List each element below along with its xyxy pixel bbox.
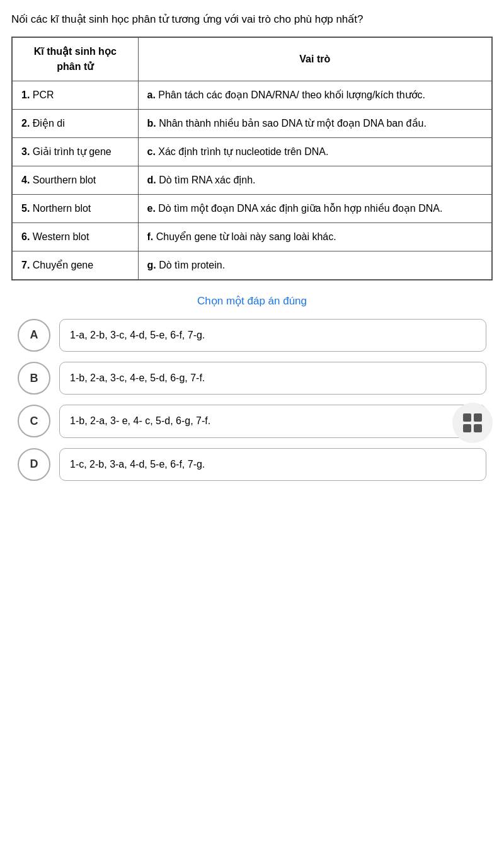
table-cell-left: 2. Điện di [12, 109, 138, 137]
page-container: Nối các kĩ thuật sinh học phân tử tương … [0, 0, 504, 500]
answer-circle-a[interactable]: A [18, 319, 50, 352]
answer-circle-c[interactable]: C [18, 405, 50, 437]
table-row: 6. Western blotf. Chuyển gene từ loài nà… [12, 222, 492, 251]
choose-label: Chọn một đáp án đúng [11, 294, 493, 308]
matching-table: Kĩ thuật sinh học phân tử Vai trò 1. PCR… [11, 37, 493, 280]
answer-row[interactable]: C1-b, 2-a, 3- e, 4- c, 5-d, 6-g, 7-f. [18, 405, 486, 437]
table-cell-right: f. Chuyển gene từ loài này sang loài khá… [138, 222, 492, 251]
table-row: 4. Sourthern blotd. Dò tìm RNA xác định. [12, 166, 492, 194]
col1-header: Kĩ thuật sinh học phân tử [12, 37, 138, 81]
table-cell-left: 1. PCR [12, 81, 138, 109]
table-cell-left: 3. Giải trình tự gene [12, 137, 138, 166]
table-cell-right: a. Phân tách các đoạn DNA/RNA/ theo khối… [138, 81, 492, 109]
table-cell-left: 7. Chuyển gene [12, 251, 138, 280]
table-cell-right: e. Dò tìm một đoạn DNA xác định giữa hỗn… [138, 194, 492, 222]
table-row: 7. Chuyển geneg. Dò tìm protein. [12, 251, 492, 280]
table-row: 2. Điện dib. Nhân thành nhiều bản sao DN… [12, 109, 492, 137]
answer-box-a[interactable]: 1-a, 2-b, 3-c, 4-d, 5-e, 6-f, 7-g. [59, 319, 486, 352]
answer-row[interactable]: A1-a, 2-b, 3-c, 4-d, 5-e, 6-f, 7-g. [18, 319, 486, 352]
answer-row[interactable]: D1-c, 2-b, 3-a, 4-d, 5-e, 6-f, 7-g. [18, 448, 486, 481]
table-row: 1. PCRa. Phân tách các đoạn DNA/RNA/ the… [12, 81, 492, 109]
answer-circle-d[interactable]: D [18, 448, 50, 481]
table-row: 3. Giải trình tự genec. Xác định trình t… [12, 137, 492, 166]
table-row: 5. Northern blote. Dò tìm một đoạn DNA x… [12, 194, 492, 222]
answer-box-c[interactable]: 1-b, 2-a, 3- e, 4- c, 5-d, 6-g, 7-f. [59, 405, 486, 437]
answer-box-d[interactable]: 1-c, 2-b, 3-a, 4-d, 5-e, 6-f, 7-g. [59, 448, 486, 481]
table-cell-right: b. Nhân thành nhiều bản sao DNA từ một đ… [138, 109, 492, 137]
table-cell-left: 6. Western blot [12, 222, 138, 251]
col2-header: Vai trò [138, 37, 492, 81]
answers-section: A1-a, 2-b, 3-c, 4-d, 5-e, 6-f, 7-g.B1-b,… [11, 319, 493, 482]
answer-circle-b[interactable]: B [18, 362, 50, 395]
question-text: Nối các kĩ thuật sinh học phân tử tương … [11, 11, 493, 28]
table-cell-left: 5. Northern blot [12, 194, 138, 222]
grid-icon-button[interactable] [452, 403, 493, 443]
table-cell-right: c. Xác định trình tự nucleotide trên DNA… [138, 137, 492, 166]
table-cell-right: d. Dò tìm RNA xác định. [138, 166, 492, 194]
table-cell-left: 4. Sourthern blot [12, 166, 138, 194]
answer-row[interactable]: B1-b, 2-a, 3-c, 4-e, 5-d, 6-g, 7-f. [18, 362, 486, 395]
answer-box-b[interactable]: 1-b, 2-a, 3-c, 4-e, 5-d, 6-g, 7-f. [59, 362, 486, 395]
table-cell-right: g. Dò tìm protein. [138, 251, 492, 280]
grid-icon [463, 413, 482, 432]
